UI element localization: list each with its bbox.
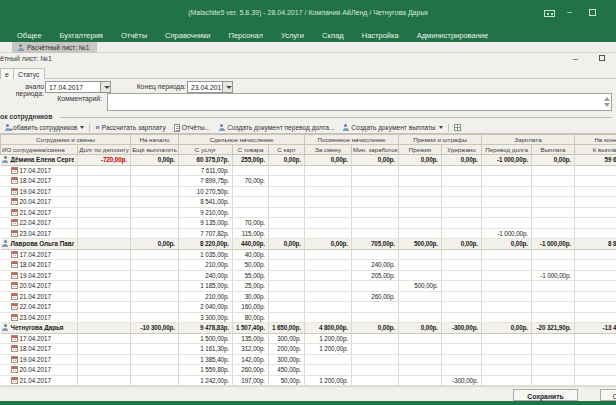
date-row[interactable]: 21.04.2017210,00р.30,00р.260,00р. (1, 291, 616, 302)
date-row[interactable]: 22.04.20172 040,00р.160,00р. (1, 302, 616, 313)
column-header[interactable]: ИО сотрудника/смена (1, 145, 78, 155)
value-cell: 115,00р. (233, 228, 269, 239)
date-row[interactable]: 23.04.20177 707,82р.115,00р.-1 000,00р. (1, 228, 616, 239)
value-cell (233, 186, 269, 197)
reports-button[interactable]: Отчёты... (170, 122, 215, 133)
value-cell (305, 197, 352, 208)
chevron-down-icon (439, 126, 443, 129)
date-row[interactable]: 17.04.20171 500,00р.135,00р.300,00р.1 20… (1, 333, 616, 344)
calendar-icon (11, 198, 18, 205)
add-employees-button[interactable]: + обавить сотрудников (0, 122, 88, 133)
date-label: 17.04.2017 (20, 167, 52, 174)
column-header[interactable]: Перевод долга (482, 145, 532, 155)
end-period-dropdown-icon[interactable] (222, 82, 232, 92)
column-header[interactable]: С карт (269, 145, 305, 155)
inner-minimize-icon[interactable]: – (573, 54, 578, 64)
date-row[interactable]: 20.04.20178 541,00р. (1, 197, 616, 208)
start-period-dropdown-icon[interactable] (100, 82, 110, 92)
date-row[interactable]: 21.04.20171 242,00р.197,00р.50,00р.1 200… (1, 375, 616, 386)
menu-buhgalteria[interactable]: Бухгалтерия (51, 31, 112, 40)
date-row[interactable]: 22.04.20179 135,00р.70,00р. (1, 218, 616, 229)
column-group-header: Посменное начисление (305, 135, 399, 145)
column-header[interactable]: За смену (305, 145, 352, 155)
column-header[interactable]: Премия (399, 145, 442, 155)
minimize-icon[interactable]: – (567, 8, 572, 17)
menu-nastroika[interactable]: Настройка (353, 31, 408, 40)
value-cell (482, 302, 532, 313)
tab-general[interactable]: е (0, 68, 14, 79)
create-debt-transfer-button[interactable]: Создать документ перевод долга... (214, 122, 338, 133)
column-header[interactable]: С товара (233, 145, 269, 155)
cancel-button[interactable]: Отмена (600, 389, 616, 401)
date-row[interactable]: 18.04.2017210,00р.50,00р.240,00р. (1, 260, 616, 271)
maximize-icon[interactable] (589, 9, 596, 16)
column-header[interactable]: С услуг (179, 145, 233, 155)
value-cell (78, 312, 131, 323)
calculate-salary-button[interactable]: » Рассчитать зарплату (91, 122, 169, 133)
date-row[interactable]: 17.04.20171 035,00р.40,00р. (1, 249, 616, 260)
tab-payroll-sheet[interactable]: Расчётный лист: №1 (12, 42, 97, 53)
grid-toolbar: + обавить сотрудников » Рассчитать зарпл… (0, 122, 616, 133)
menu-spravochniki[interactable]: Справочники (156, 31, 219, 40)
date-row[interactable]: 20.04.20171 559,80р.260,00р.450,00р. (1, 365, 616, 376)
value-cell: 0,00р. (442, 239, 482, 250)
calendar-icon (11, 261, 18, 268)
scroll-down-icon[interactable] (604, 103, 610, 107)
comment-input[interactable] (107, 93, 612, 111)
date-row[interactable]: 19.04.20171 385,40р.142,00р.300,00р. (1, 354, 616, 365)
menu-personal[interactable]: Персонал (220, 31, 272, 40)
value-cell (442, 249, 482, 260)
column-header[interactable]: Выплата (532, 145, 575, 155)
column-header[interactable]: Мин. заработок (352, 145, 399, 155)
value-cell (575, 344, 616, 355)
inner-maximize-icon[interactable] (599, 55, 605, 61)
payroll-window: ётный лист: №1 – е Статус ачало периода:… (0, 53, 616, 401)
date-label: 17.04.2017 (20, 335, 52, 342)
value-cell (482, 270, 532, 281)
value-cell (482, 186, 532, 197)
grid-settings-button[interactable] (450, 122, 465, 133)
column-header[interactable]: Долг по депозиту (78, 145, 131, 155)
value-cell (532, 207, 575, 218)
value-cell: 260,00р. (233, 365, 269, 376)
employee-row[interactable]: Четнугова Дарья-10 300,00р.9 478,83р.1 5… (1, 323, 616, 334)
date-row[interactable]: 17.04.20177 611,00р. (1, 165, 616, 176)
value-cell (532, 186, 575, 197)
date-row[interactable]: 21.04.20179 210,00р. (1, 207, 616, 218)
date-row[interactable]: 19.04.201710 270,50р. (1, 186, 616, 197)
employee-row[interactable]: Лаврова Ольга Павловн0,00р.8 220,00р.440… (1, 239, 616, 250)
end-period-input[interactable]: 23.04.2017 (187, 81, 233, 93)
menu-otchety[interactable]: Отчёты (112, 31, 156, 40)
value-cell (131, 302, 179, 313)
value-cell: 705,00р. (352, 239, 399, 250)
tab-status[interactable]: Статус (13, 68, 45, 79)
value-cell: 0,00р. (352, 155, 399, 166)
column-header[interactable]: К выплате (575, 145, 616, 155)
menu-sklad[interactable]: Склад (313, 31, 353, 40)
value-cell (352, 302, 399, 313)
save-button[interactable]: Сохранить (513, 389, 578, 401)
create-payout-button[interactable]: Создать документ выплаты (338, 122, 446, 133)
employee-row[interactable]: Дёмина Елена Сергеевн-720,00р.0,00р.60 3… (1, 155, 616, 166)
date-label: 19.04.2017 (20, 356, 52, 363)
value-cell (482, 365, 532, 376)
add-person-icon: + (4, 124, 11, 131)
column-header[interactable]: Удержано (442, 145, 482, 155)
column-header[interactable]: Ещё выплатить (131, 145, 179, 155)
value-cell (78, 165, 131, 176)
value-cell (399, 228, 442, 239)
language-indicator-icon[interactable] (544, 10, 555, 17)
value-cell (131, 270, 179, 281)
date-row[interactable]: 18.04.20171 161,30р.312,00р.200,00р.1 20… (1, 344, 616, 355)
date-row[interactable]: 18.04.20177 899,75р.70,00р. (1, 176, 616, 187)
menu-uslugi[interactable]: Услуги (272, 31, 313, 40)
value-cell (305, 249, 352, 260)
menu-administrirovanie[interactable]: Администрирование (408, 31, 498, 40)
start-period-input[interactable]: 17.04.2017 (45, 81, 111, 93)
date-row[interactable]: 19.04.2017240,00р.55,00р.205,00р.-1 000,… (1, 270, 616, 281)
date-row[interactable]: 23.04.20173 300,00р.80,00р. (1, 312, 616, 323)
menu-obshchee[interactable]: Общее (8, 31, 51, 40)
date-row[interactable]: 20.04.20171 185,00р.25,00р.500,00р. (1, 281, 616, 292)
value-cell (233, 165, 269, 176)
scroll-up-icon[interactable] (604, 97, 610, 101)
